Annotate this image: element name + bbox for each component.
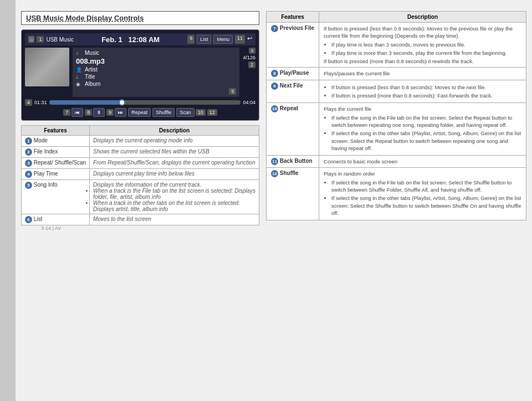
usb-title-row: ♩ Title — [76, 74, 236, 80]
badge-5: 5 — [229, 88, 236, 95]
shuffle-btn[interactable]: Shuffle — [152, 108, 175, 117]
footer-left: 3-14 | AV — [41, 225, 279, 231]
repeat-control: Repeat — [128, 108, 151, 117]
right-feature-desc: Plays the current fileIf select the song… — [319, 103, 526, 156]
repeat-btn[interactable]: Repeat — [128, 108, 151, 117]
usb-header: ⌂ 1 USB Music Feb. 1 12:08 AM 6 List Men… — [25, 33, 255, 45]
right-table-row: 10 RepeatPlays the current fileIf select… — [267, 103, 526, 156]
usb-info: ♪ Music 008.mp3 👤 Artist ♩ Title — [73, 48, 239, 97]
usb-header-left: ⌂ 1 USB Music — [28, 36, 74, 43]
left-feature-desc: Moves to the list screen — [90, 214, 259, 225]
badge-3: 3 — [249, 48, 255, 54]
badge-num: 1 — [25, 137, 32, 145]
left-feature-table: Features Description 1 ModeDisplays the … — [21, 125, 259, 225]
main-content: USB Music Mode Display Controls ⌂ 1 USB … — [16, 0, 532, 401]
next-btn[interactable]: ⏭ — [115, 108, 126, 117]
album-icon: ◉ — [76, 81, 83, 87]
left-feature-name: 3 Repeat/ Shuffle/Scan — [22, 158, 90, 169]
left-feature-name: 1 Mode — [22, 136, 90, 147]
usb-body: ♪ Music 008.mp3 👤 Artist ♩ Title — [25, 48, 255, 97]
left-col-features: Features — [22, 126, 90, 136]
pause-btn[interactable]: ⏸ — [93, 108, 105, 117]
badge-num: 7 — [271, 25, 278, 32]
usb-artist-row: 👤 Artist — [76, 66, 236, 73]
current-time: 01:31 — [34, 100, 47, 105]
left-table-row: 2 File IndexShows the current selected f… — [22, 147, 259, 158]
scan-control: Scan 10 — [176, 108, 206, 117]
progress-bar[interactable] — [49, 100, 241, 105]
right-feature-name: 8 Play/Pause — [267, 68, 319, 80]
prev-btn[interactable]: ⏮ — [71, 108, 83, 117]
badge-12-ctrl: 12 — [207, 109, 217, 116]
right-feature-desc: Plays/pauses the current file — [319, 68, 526, 80]
right-feature-desc: Plays in random orderIf select the song … — [319, 168, 526, 220]
left-table-row: 1 ModeDisplays the current operating mod… — [22, 136, 259, 147]
badge-num: 6 — [25, 216, 32, 223]
scan-btn[interactable]: Scan — [176, 108, 195, 117]
left-feature-desc: Displays the current operating mode info — [90, 136, 259, 147]
badge-11: 11 — [235, 35, 245, 44]
badge-4: 4 — [25, 99, 32, 106]
music-icon: ♪ — [76, 50, 83, 56]
badge-9-ctrl: 9 — [106, 109, 114, 116]
right-table-row: 8 Play/PausePlays/pauses the current fil… — [267, 68, 526, 80]
left-feature-desc: Displays current play time info below fi… — [90, 169, 259, 180]
usb-title: Title — [85, 74, 95, 80]
menu-btn[interactable]: Menu — [213, 35, 233, 44]
badge-num: 10 — [271, 105, 278, 112]
badge-num: 3 — [25, 160, 32, 167]
left-feature-name: 5 Song Info — [22, 180, 90, 214]
right-feature-name: 11 Back Button — [267, 156, 319, 168]
badge-1: 1 — [37, 36, 44, 43]
usb-header-right: 6 List Menu 11 ↩ — [187, 35, 252, 44]
usb-display: ⌂ 1 USB Music Feb. 1 12:08 AM 6 List Men… — [21, 29, 259, 121]
total-time: 04:04 — [243, 100, 255, 105]
progress-row: 4 01:31 04:04 — [25, 99, 255, 106]
right-feature-desc: Connects to basic mode screen — [319, 156, 526, 168]
right-feature-name: 7 Previous File — [267, 23, 319, 68]
control-row: 7 ⏮ 8 ⏸ 9 ⏭ Repeat Shuffle Sca — [25, 108, 255, 117]
left-table-row: 5 Song InfoDisplays the information of t… — [22, 180, 259, 214]
left-col-description: Description — [90, 126, 259, 136]
badge-num: 4 — [25, 171, 32, 178]
badge-num: 9 — [271, 83, 278, 90]
usb-header-center: Feb. 1 12:08 AM — [101, 35, 160, 44]
left-panel: USB Music Mode Display Controls ⌂ 1 USB … — [21, 11, 259, 390]
left-table-row: 6 ListMoves to the list screen — [22, 214, 259, 225]
usb-album-row: ◉ Album — [76, 81, 236, 87]
left-feature-name: 2 File Index — [22, 147, 90, 158]
right-table-row: 12 ShufflePlays in random orderIf select… — [267, 168, 526, 220]
list-btn[interactable]: List — [197, 35, 211, 44]
left-feature-desc: Shows the current selected files within … — [90, 147, 259, 158]
badge-num: 5 — [25, 182, 32, 189]
right-feature-name: 9 Next File — [267, 80, 319, 103]
next-control: 9 ⏭ — [106, 108, 126, 117]
badge-6: 6 — [187, 35, 195, 44]
prev-control: 7 ⏮ — [63, 108, 83, 117]
right-feature-desc: If button is pressed (less than 0.8 seco… — [319, 80, 526, 103]
usb-thumbnail — [25, 48, 69, 86]
left-feature-name: 6 List — [22, 214, 90, 225]
right-feature-desc: If button is pressed (less than 0.8 seco… — [319, 23, 526, 68]
section-title: USB Music Mode Display Controls — [21, 11, 259, 25]
pause-control: 8 ⏸ — [85, 108, 105, 117]
shuffle-control: Shuffle — [152, 108, 175, 117]
person-icon: 👤 — [76, 67, 83, 73]
left-feature-desc: Displays the information of the current … — [90, 180, 259, 214]
right-col-features: Features — [267, 12, 319, 23]
usb-category-row: ♪ Music — [76, 50, 236, 56]
back-symbol: ↩ — [247, 35, 252, 44]
usb-date: Feb. 1 — [101, 35, 122, 44]
right-feature-table: Features Description 7 Previous FileIf b… — [266, 11, 526, 220]
right-feature-name: 12 Shuffle — [267, 168, 319, 220]
left-table-row: 3 Repeat/ Shuffle/ScanFrom Repeat/Shuffl… — [22, 158, 259, 169]
progress-dot — [119, 99, 125, 106]
badge12-control: 12 — [207, 109, 217, 116]
usb-mode-label: USB Music — [46, 37, 73, 43]
track-index: 4/126 — [243, 55, 255, 60]
usb-album: Album — [85, 81, 100, 87]
badge-num: 8 — [271, 70, 278, 77]
right-table-row: 7 Previous FileIf button is pressed (les… — [267, 23, 526, 68]
tag-icon: ♩ — [76, 74, 83, 80]
right-feature-name: 10 Repeat — [267, 103, 319, 156]
